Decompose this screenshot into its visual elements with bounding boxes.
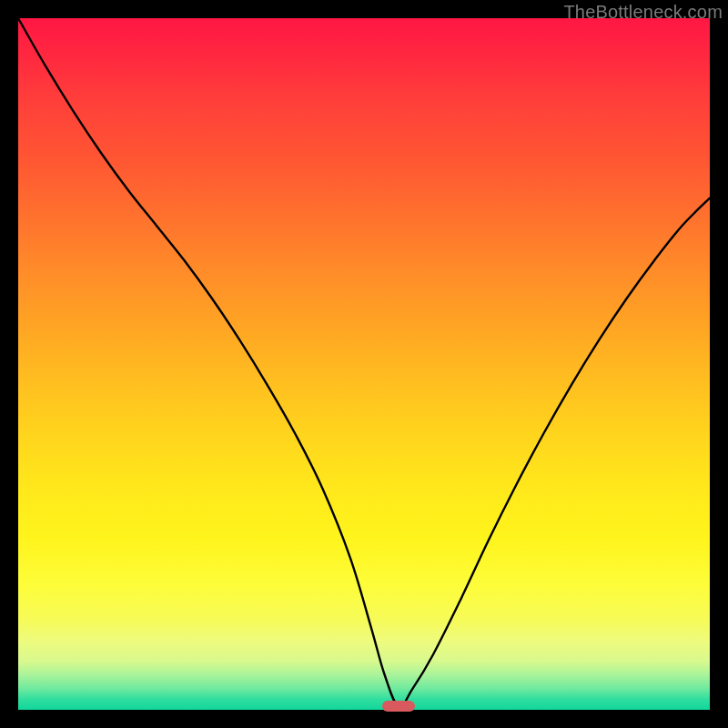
bottleneck-curve (18, 18, 710, 707)
minimum-marker (382, 701, 415, 712)
chart-frame: TheBottleneck.com (0, 0, 728, 728)
curve-layer (18, 18, 710, 710)
plot-area (18, 18, 710, 710)
